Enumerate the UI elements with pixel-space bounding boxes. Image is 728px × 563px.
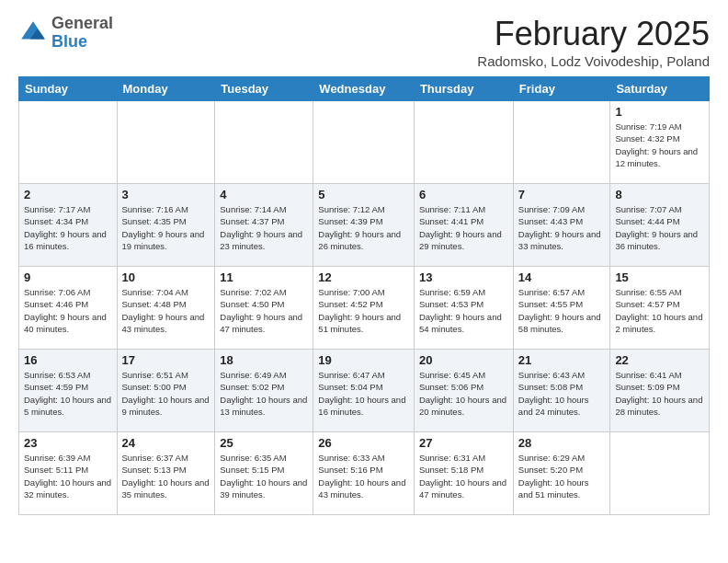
day-number: 16 <box>24 353 112 367</box>
day-number: 21 <box>518 353 606 367</box>
day-info: Sunrise: 6:59 AM Sunset: 4:53 PM Dayligh… <box>419 286 508 335</box>
calendar-cell <box>215 101 313 184</box>
week-row-2: 2Sunrise: 7:17 AM Sunset: 4:34 PM Daylig… <box>19 184 710 267</box>
day-number: 3 <box>122 188 210 201</box>
calendar-cell <box>610 432 710 515</box>
logo: General Blue <box>18 15 113 52</box>
day-info: Sunrise: 7:04 AM Sunset: 4:48 PM Dayligh… <box>122 286 210 335</box>
calendar-cell: 25Sunrise: 6:35 AM Sunset: 5:15 PM Dayli… <box>215 432 313 515</box>
day-info: Sunrise: 7:12 AM Sunset: 4:39 PM Dayligh… <box>318 203 409 252</box>
calendar-cell <box>513 101 610 184</box>
day-number: 2 <box>24 188 112 201</box>
calendar-table: SundayMondayTuesdayWednesdayThursdayFrid… <box>18 76 710 515</box>
day-number: 9 <box>24 270 112 284</box>
day-info: Sunrise: 7:00 AM Sunset: 4:52 PM Dayligh… <box>318 286 409 335</box>
day-info: Sunrise: 7:06 AM Sunset: 4:46 PM Dayligh… <box>24 286 112 335</box>
weekday-header-saturday: Saturday <box>610 77 710 101</box>
calendar-cell: 17Sunrise: 6:51 AM Sunset: 5:00 PM Dayli… <box>117 350 215 432</box>
logo-general-text: General <box>51 15 113 33</box>
page-header: General Blue February 2025 Radomsko, Lod… <box>18 15 710 69</box>
day-info: Sunrise: 7:09 AM Sunset: 4:43 PM Dayligh… <box>518 203 606 252</box>
logo-icon <box>18 18 48 48</box>
calendar-cell: 24Sunrise: 6:37 AM Sunset: 5:13 PM Dayli… <box>117 432 215 515</box>
calendar-cell: 28Sunrise: 6:29 AM Sunset: 5:20 PM Dayli… <box>513 432 610 515</box>
calendar-cell: 5Sunrise: 7:12 AM Sunset: 4:39 PM Daylig… <box>313 184 415 267</box>
weekday-header-monday: Monday <box>117 77 215 101</box>
day-number: 4 <box>220 188 308 201</box>
week-row-5: 23Sunrise: 6:39 AM Sunset: 5:11 PM Dayli… <box>19 432 710 515</box>
day-info: Sunrise: 6:57 AM Sunset: 4:55 PM Dayligh… <box>518 286 606 335</box>
day-number: 12 <box>318 270 409 284</box>
day-info: Sunrise: 6:29 AM Sunset: 5:20 PM Dayligh… <box>518 452 606 500</box>
week-row-1: 1Sunrise: 7:19 AM Sunset: 4:32 PM Daylig… <box>19 101 710 184</box>
calendar-cell: 4Sunrise: 7:14 AM Sunset: 4:37 PM Daylig… <box>215 184 313 267</box>
day-number: 26 <box>318 436 409 450</box>
day-number: 7 <box>518 188 606 201</box>
calendar-cell: 11Sunrise: 7:02 AM Sunset: 4:50 PM Dayli… <box>215 267 313 350</box>
weekday-header-friday: Friday <box>513 77 610 101</box>
calendar-cell: 19Sunrise: 6:47 AM Sunset: 5:04 PM Dayli… <box>313 350 415 432</box>
day-number: 6 <box>419 188 508 201</box>
day-info: Sunrise: 7:14 AM Sunset: 4:37 PM Dayligh… <box>220 203 308 252</box>
calendar-cell: 6Sunrise: 7:11 AM Sunset: 4:41 PM Daylig… <box>414 184 513 267</box>
weekday-header-tuesday: Tuesday <box>215 77 313 101</box>
day-info: Sunrise: 6:39 AM Sunset: 5:11 PM Dayligh… <box>24 452 112 500</box>
calendar-cell: 15Sunrise: 6:55 AM Sunset: 4:57 PM Dayli… <box>610 267 710 350</box>
weekday-header-row: SundayMondayTuesdayWednesdayThursdayFrid… <box>19 77 710 101</box>
logo-text: General Blue <box>51 15 113 52</box>
day-info: Sunrise: 7:02 AM Sunset: 4:50 PM Dayligh… <box>220 286 308 335</box>
day-number: 10 <box>122 270 210 284</box>
calendar-cell: 13Sunrise: 6:59 AM Sunset: 4:53 PM Dayli… <box>414 267 513 350</box>
calendar-cell: 12Sunrise: 7:00 AM Sunset: 4:52 PM Dayli… <box>313 267 415 350</box>
day-info: Sunrise: 6:43 AM Sunset: 5:08 PM Dayligh… <box>518 369 606 418</box>
day-info: Sunrise: 6:49 AM Sunset: 5:02 PM Dayligh… <box>220 369 308 418</box>
day-info: Sunrise: 6:47 AM Sunset: 5:04 PM Dayligh… <box>318 369 409 418</box>
day-number: 28 <box>518 436 606 450</box>
calendar-cell: 8Sunrise: 7:07 AM Sunset: 4:44 PM Daylig… <box>610 184 710 267</box>
calendar-cell: 2Sunrise: 7:17 AM Sunset: 4:34 PM Daylig… <box>19 184 118 267</box>
day-info: Sunrise: 6:45 AM Sunset: 5:06 PM Dayligh… <box>419 369 508 418</box>
day-number: 15 <box>615 270 704 284</box>
calendar-subtitle: Radomsko, Lodz Voivodeship, Poland <box>477 53 710 69</box>
day-info: Sunrise: 7:19 AM Sunset: 4:32 PM Dayligh… <box>615 121 704 169</box>
day-number: 17 <box>122 353 210 367</box>
day-info: Sunrise: 6:41 AM Sunset: 5:09 PM Dayligh… <box>615 369 704 418</box>
calendar-cell: 9Sunrise: 7:06 AM Sunset: 4:46 PM Daylig… <box>19 267 118 350</box>
day-info: Sunrise: 7:07 AM Sunset: 4:44 PM Dayligh… <box>615 203 704 252</box>
calendar-cell: 20Sunrise: 6:45 AM Sunset: 5:06 PM Dayli… <box>414 350 513 432</box>
day-number: 20 <box>419 353 508 367</box>
day-number: 24 <box>122 436 210 450</box>
day-number: 18 <box>220 353 308 367</box>
day-number: 23 <box>24 436 112 450</box>
day-number: 11 <box>220 270 308 284</box>
day-number: 25 <box>220 436 308 450</box>
day-number: 5 <box>318 188 409 201</box>
calendar-cell <box>19 101 118 184</box>
day-number: 14 <box>518 270 606 284</box>
weekday-header-sunday: Sunday <box>19 77 118 101</box>
calendar-cell: 21Sunrise: 6:43 AM Sunset: 5:08 PM Dayli… <box>513 350 610 432</box>
calendar-cell: 16Sunrise: 6:53 AM Sunset: 4:59 PM Dayli… <box>19 350 118 432</box>
day-info: Sunrise: 7:16 AM Sunset: 4:35 PM Dayligh… <box>122 203 210 252</box>
week-row-3: 9Sunrise: 7:06 AM Sunset: 4:46 PM Daylig… <box>19 267 710 350</box>
calendar-cell <box>117 101 215 184</box>
calendar-cell: 26Sunrise: 6:33 AM Sunset: 5:16 PM Dayli… <box>313 432 415 515</box>
week-row-4: 16Sunrise: 6:53 AM Sunset: 4:59 PM Dayli… <box>19 350 710 432</box>
calendar-cell: 1Sunrise: 7:19 AM Sunset: 4:32 PM Daylig… <box>610 101 710 184</box>
day-info: Sunrise: 7:11 AM Sunset: 4:41 PM Dayligh… <box>419 203 508 252</box>
day-number: 13 <box>419 270 508 284</box>
day-info: Sunrise: 6:35 AM Sunset: 5:15 PM Dayligh… <box>220 452 308 500</box>
calendar-cell: 18Sunrise: 6:49 AM Sunset: 5:02 PM Dayli… <box>215 350 313 432</box>
day-number: 22 <box>615 353 704 367</box>
calendar-cell: 7Sunrise: 7:09 AM Sunset: 4:43 PM Daylig… <box>513 184 610 267</box>
day-number: 19 <box>318 353 409 367</box>
day-info: Sunrise: 6:53 AM Sunset: 4:59 PM Dayligh… <box>24 369 112 418</box>
weekday-header-thursday: Thursday <box>414 77 513 101</box>
day-number: 8 <box>615 188 704 201</box>
calendar-cell: 3Sunrise: 7:16 AM Sunset: 4:35 PM Daylig… <box>117 184 215 267</box>
day-info: Sunrise: 6:33 AM Sunset: 5:16 PM Dayligh… <box>318 452 409 500</box>
calendar-cell: 22Sunrise: 6:41 AM Sunset: 5:09 PM Dayli… <box>610 350 710 432</box>
calendar-cell: 10Sunrise: 7:04 AM Sunset: 4:48 PM Dayli… <box>117 267 215 350</box>
calendar-cell <box>313 101 415 184</box>
day-number: 1 <box>615 105 704 119</box>
